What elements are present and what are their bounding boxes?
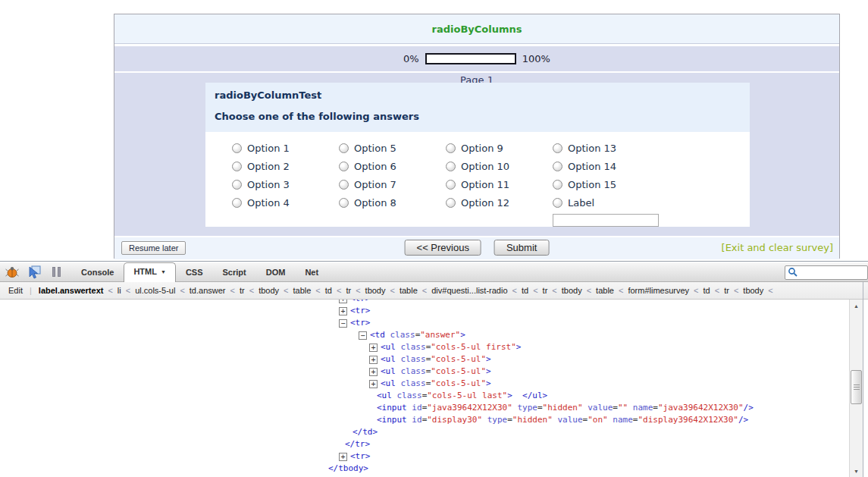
breadcrumb-item[interactable]: table <box>592 286 618 295</box>
radio-button-icon[interactable] <box>553 162 562 171</box>
breadcrumb-item[interactable]: td.answer <box>186 286 230 295</box>
tree-line[interactable]: +<ul class="cols-5-ul first"> <box>328 341 868 353</box>
breadcrumb-item[interactable]: form#limesurvey <box>624 286 693 295</box>
expand-icon[interactable]: + <box>339 307 347 315</box>
radio-option[interactable]: Option 11 <box>446 175 553 193</box>
breadcrumb-item[interactable]: tr <box>539 286 552 295</box>
radio-option[interactable]: Option 15 <box>553 175 660 193</box>
radio-option[interactable]: Option 14 <box>553 157 660 175</box>
radio-button-icon[interactable] <box>446 198 456 208</box>
tab-net[interactable]: Net <box>295 263 328 282</box>
tree-line[interactable]: −<tr> <box>328 317 868 329</box>
radio-option[interactable]: Option 7 <box>339 175 446 193</box>
radio-button-icon[interactable] <box>339 162 349 171</box>
firebug-icon[interactable] <box>5 265 20 280</box>
collapse-icon[interactable]: − <box>339 319 347 328</box>
breadcrumb-item[interactable]: li <box>114 286 125 295</box>
breadcrumb-item[interactable]: tr <box>720 286 733 295</box>
tree-tag: > <box>507 391 512 400</box>
breadcrumb-item[interactable]: tr <box>236 286 249 295</box>
radio-option[interactable]: Option 9 <box>446 139 553 157</box>
exit-clear-link[interactable]: [Exit and clear survey] <box>722 242 833 253</box>
breadcrumb-item[interactable]: td <box>321 286 336 295</box>
radio-option[interactable]: Option 2 <box>232 157 339 175</box>
radio-button-icon[interactable] <box>232 162 242 171</box>
tree-line[interactable]: +<ul class="cols-5-ul"> <box>328 366 868 378</box>
tree-line[interactable]: <input id="display30" type="hidden" valu… <box>328 414 868 426</box>
breadcrumb-separator: < <box>693 286 699 295</box>
tree-scrollbar[interactable]: ▲ ▼ <box>849 300 863 477</box>
tab-script[interactable]: Script <box>213 263 256 282</box>
collapse-icon[interactable]: − <box>359 331 367 340</box>
firebug-search-box[interactable] <box>785 265 868 280</box>
radio-option[interactable]: Option 5 <box>339 139 446 157</box>
radio-option[interactable]: Option 8 <box>339 193 446 212</box>
breadcrumb-item[interactable]: td <box>700 286 714 295</box>
breadcrumb-item[interactable]: div#questi...list-radio <box>428 286 511 295</box>
radio-button-icon[interactable] <box>232 180 242 190</box>
breadcrumb-item[interactable]: tbody <box>255 286 283 295</box>
other-text-input[interactable] <box>553 214 659 227</box>
tab-css[interactable]: CSS <box>176 263 213 282</box>
radio-button-icon[interactable] <box>446 143 456 153</box>
tab-console[interactable]: Console <box>71 263 124 282</box>
tree-line[interactable]: </tr> <box>328 438 868 450</box>
breadcrumb-item[interactable]: table <box>289 286 315 295</box>
radio-button-icon[interactable] <box>553 143 562 153</box>
expand-icon[interactable]: + <box>339 453 347 461</box>
submit-button[interactable]: Submit <box>494 240 549 256</box>
tree-line[interactable]: </tbody> <box>328 463 868 475</box>
tree-line[interactable]: +<ul class="cols-5-ul"> <box>328 353 868 366</box>
radio-option[interactable]: Option 4 <box>232 193 339 212</box>
tree-line[interactable]: +<ul class="cols-5-ul"> <box>328 378 868 390</box>
scroll-up-button[interactable]: ▲ <box>850 300 863 312</box>
tree-line[interactable]: <ul class="cols-5-ul last"> </ul> <box>328 390 868 402</box>
expand-icon[interactable]: + <box>339 300 347 303</box>
scrollbar-thumb[interactable] <box>851 370 862 404</box>
radio-option[interactable]: Option 1 <box>232 139 339 157</box>
tab-html[interactable]: HTML▼ <box>124 262 175 282</box>
tree-line[interactable]: +<tr> <box>328 300 868 305</box>
radio-button-icon[interactable] <box>232 198 242 208</box>
breadcrumb-item[interactable]: tbody <box>739 286 767 295</box>
tree-line[interactable]: <input id="java39642X12X30" type="hidden… <box>328 402 868 414</box>
radio-button-icon[interactable] <box>339 180 349 190</box>
radio-button-icon[interactable] <box>232 143 242 153</box>
tree-text: = <box>613 403 618 413</box>
breadcrumb-item[interactable]: tr <box>342 286 355 295</box>
radio-option[interactable]: Option 12 <box>446 193 553 212</box>
tree-line[interactable]: +<tr> <box>328 305 868 317</box>
tree-line[interactable]: +<tr> <box>328 450 868 463</box>
previous-button[interactable]: << Previous <box>405 240 481 256</box>
radio-button-icon[interactable] <box>339 143 349 153</box>
expand-icon[interactable]: + <box>369 380 378 388</box>
breadcrumb-item[interactable]: tbody <box>558 286 586 295</box>
inspect-element-icon[interactable] <box>27 265 42 280</box>
expand-icon[interactable]: + <box>369 344 378 352</box>
scroll-down-button[interactable]: ▼ <box>850 465 863 477</box>
radio-button-icon[interactable] <box>553 198 562 208</box>
radio-option[interactable]: Label <box>553 193 660 212</box>
radio-button-icon[interactable] <box>446 180 456 190</box>
tree-line[interactable]: </td> <box>328 426 868 438</box>
breadcrumb-item[interactable]: tbody <box>362 286 390 295</box>
tab-dom[interactable]: DOM <box>256 263 296 282</box>
radio-option[interactable]: Option 6 <box>339 157 446 175</box>
expand-icon[interactable]: + <box>369 368 378 376</box>
tree-line[interactable]: −<td class="answer"> <box>328 329 868 341</box>
breadcrumb-item[interactable]: ul.cols-5-ul <box>131 286 179 295</box>
breadcrumb-item[interactable]: label.answertext <box>35 286 108 295</box>
radio-button-icon[interactable] <box>339 198 349 208</box>
radio-button-icon[interactable] <box>553 180 562 190</box>
firebug-search-input[interactable] <box>797 267 861 278</box>
expand-icon[interactable]: + <box>369 356 378 364</box>
breadcrumb-item[interactable]: table <box>396 286 421 295</box>
radio-option[interactable]: Option 13 <box>553 139 660 157</box>
breadcrumb-item[interactable]: td <box>518 286 532 295</box>
radio-option[interactable]: Option 3 <box>232 175 339 193</box>
radio-option[interactable]: Option 10 <box>446 157 553 175</box>
breadcrumb-edit-button[interactable]: Edit <box>5 286 27 295</box>
radio-button-icon[interactable] <box>446 162 456 171</box>
pause-icon[interactable] <box>49 265 64 280</box>
resume-later-button[interactable]: Resume later <box>121 241 186 255</box>
